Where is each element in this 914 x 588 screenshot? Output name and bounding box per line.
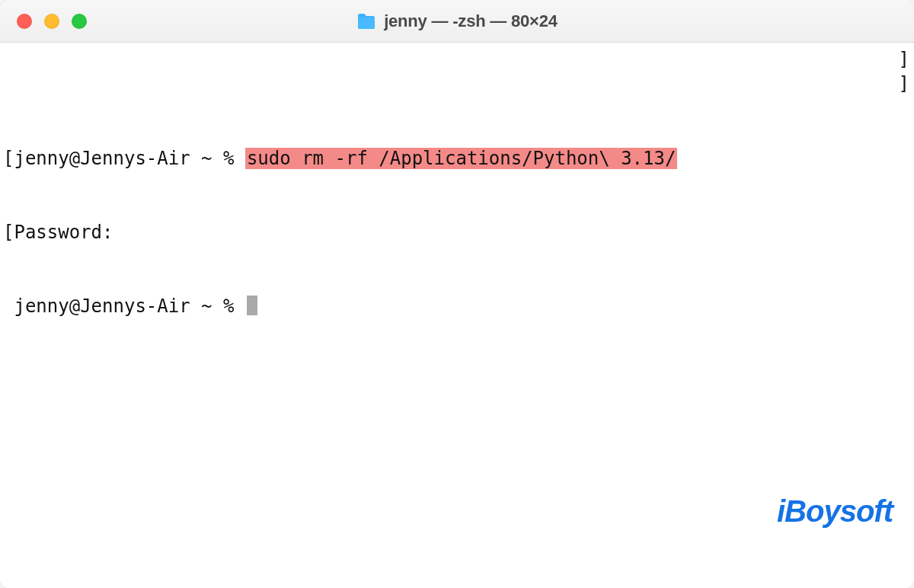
watermark-text: iBoysoft — [777, 494, 893, 528]
watermark-logo: iBoysoft — [730, 449, 893, 573]
titlebar[interactable]: jenny — -zsh — 80×24 — [0, 0, 914, 43]
command-text-highlighted: sudo rm -rf /Applications/Python\ 3.13/ — [245, 148, 678, 169]
shell-prompt: jenny@Jennys-Air ~ % — [14, 148, 244, 169]
line2-close-bracket: ] — [899, 72, 909, 96]
folder-icon — [356, 13, 376, 30]
terminal-line-3: jenny@Jennys-Air ~ % — [3, 294, 911, 318]
password-prompt: Password: — [14, 222, 113, 243]
terminal-body[interactable]: ] ] [jenny@Jennys-Air ~ % sudo rm -rf /A… — [0, 43, 914, 588]
line2-open-bracket: [ — [3, 222, 14, 243]
shell-prompt: jenny@Jennys-Air ~ % — [3, 296, 245, 317]
minimize-icon[interactable] — [44, 14, 59, 29]
terminal-line-2: [Password: — [3, 220, 911, 244]
window-title-wrap: jenny — -zsh — 80×24 — [0, 11, 914, 31]
close-icon[interactable] — [17, 14, 32, 29]
line1-open-bracket: [ — [3, 148, 14, 169]
terminal-line-1: [jenny@Jennys-Air ~ % sudo rm -rf /Appli… — [3, 146, 911, 171]
traffic-lights — [0, 14, 87, 29]
line1-close-bracket: ] — [899, 47, 909, 72]
cursor-icon — [247, 296, 257, 315]
terminal-window: jenny — -zsh — 80×24 ] ] [jenny@Jennys-A… — [0, 0, 914, 588]
window-title: jenny — -zsh — 80×24 — [384, 11, 558, 31]
fullscreen-icon[interactable] — [72, 14, 87, 29]
